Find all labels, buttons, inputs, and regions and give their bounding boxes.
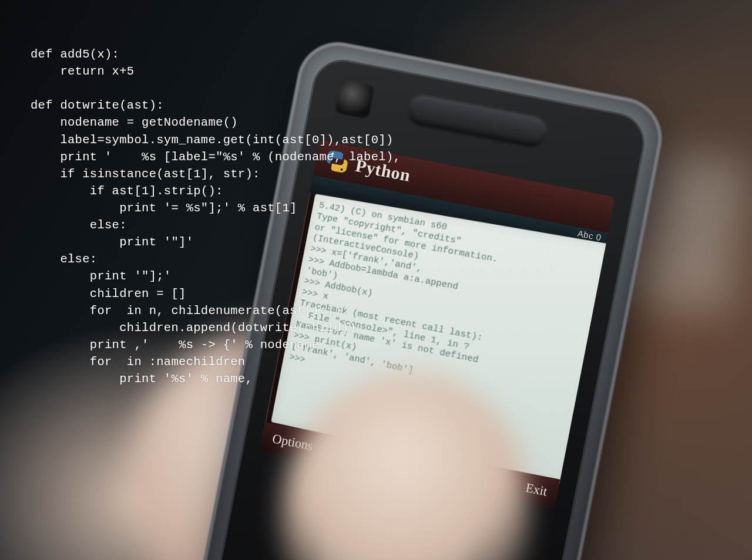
overlay-python-code: def add5(x): return x+5 def dotwrite(ast… xyxy=(31,46,401,387)
photo-scene: Python Abc 0 5.42) (C) on symbian s60 Ty… xyxy=(0,0,752,560)
